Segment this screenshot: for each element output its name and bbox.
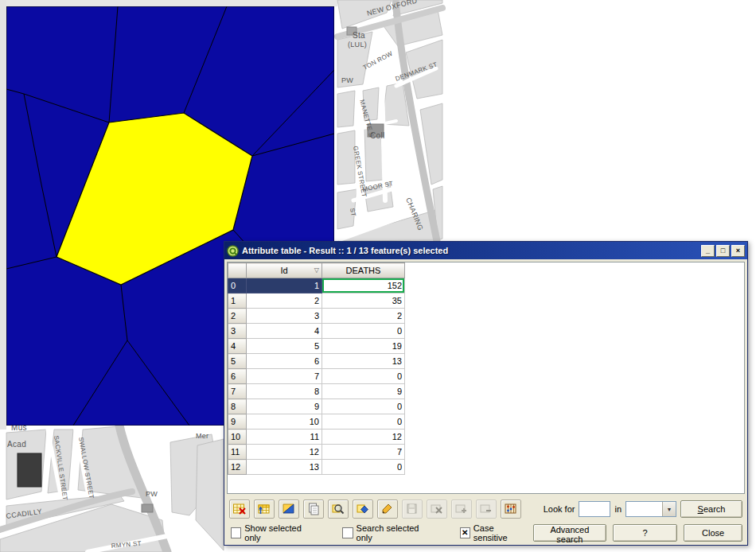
row-header-cell[interactable]: 10: [228, 430, 247, 445]
row-header-cell[interactable]: 9: [228, 414, 247, 430]
search-selected-only-label: Search selected only: [357, 523, 433, 542]
row-header-cell[interactable]: 1: [228, 293, 247, 309]
close-window-button[interactable]: ×: [731, 245, 745, 257]
delete-selected-button[interactable]: [427, 500, 447, 519]
chevron-down-icon[interactable]: ▼: [662, 502, 676, 516]
show-selected-only-label: Show selected only: [244, 523, 315, 542]
unselect-all-button[interactable]: [229, 500, 250, 519]
attribute-table[interactable]: Id ▽ DEATHS 0115212352323404519561367078…: [227, 262, 745, 494]
map-street-label: Mer: [196, 432, 208, 440]
invert-selection-button[interactable]: [279, 500, 299, 519]
close-button[interactable]: Close: [684, 524, 742, 542]
table-row[interactable]: 789: [228, 384, 405, 399]
row-header-cell[interactable]: 5: [228, 354, 247, 369]
id-cell[interactable]: 13: [247, 460, 322, 475]
id-cell[interactable]: 9: [247, 399, 322, 414]
show-selected-only-checkbox[interactable]: Show selected only: [231, 523, 315, 542]
deaths-cell[interactable]: 7: [322, 445, 405, 460]
map-street-label: ST: [349, 208, 357, 217]
deaths-cell[interactable]: 35: [322, 293, 405, 309]
help-button[interactable]: ?: [613, 524, 677, 542]
id-cell[interactable]: 2: [247, 293, 322, 309]
id-cell[interactable]: 8: [247, 384, 322, 399]
id-cell[interactable]: 7: [247, 369, 322, 384]
move-selected-to-top-button[interactable]: [254, 500, 275, 519]
map-street-label: Acad: [7, 440, 26, 449]
attribute-toolbar: Look for in ▼ Search: [229, 498, 742, 520]
table-corner-cell[interactable]: [228, 263, 247, 278]
new-column-button[interactable]: [451, 500, 472, 519]
id-cell[interactable]: 10: [247, 414, 322, 430]
table-row[interactable]: 5613: [228, 354, 405, 369]
delete-column-button[interactable]: [476, 500, 497, 519]
row-header-cell[interactable]: 7: [228, 384, 247, 399]
column-header-id[interactable]: Id ▽: [247, 263, 322, 278]
id-cell[interactable]: 3: [247, 309, 322, 324]
table-row[interactable]: 101112: [228, 430, 405, 445]
search-selected-only-checkbox[interactable]: Search selected only: [342, 523, 432, 542]
deaths-cell[interactable]: 0: [322, 369, 405, 384]
table-row[interactable]: 890: [228, 399, 405, 414]
map-street-label: (LUL): [348, 41, 367, 49]
maximize-button[interactable]: □: [716, 245, 730, 257]
deaths-cell[interactable]: 13: [322, 354, 405, 369]
table-row[interactable]: 12130: [228, 460, 405, 475]
field-calculator-button[interactable]: [501, 500, 521, 519]
deaths-cell[interactable]: 19: [322, 339, 405, 354]
column-header-deaths[interactable]: DEATHS: [322, 263, 405, 278]
checkbox-box-checked[interactable]: ✕: [460, 527, 470, 538]
dialog-footer: Show selected only Search selected only …: [231, 523, 742, 542]
look-for-input[interactable]: [579, 501, 610, 517]
id-cell[interactable]: 5: [247, 339, 322, 354]
deaths-cell[interactable]: 152: [322, 278, 405, 293]
search-button[interactable]: Search: [680, 500, 742, 518]
deaths-cell[interactable]: 12: [322, 430, 405, 445]
id-cell[interactable]: 1: [247, 278, 322, 293]
row-header-cell[interactable]: 4: [228, 339, 247, 354]
save-edits-button[interactable]: [402, 500, 423, 519]
titlebar[interactable]: Attribute table - Result :: 1 / 13 featu…: [224, 242, 747, 259]
id-cell[interactable]: 12: [247, 445, 322, 460]
minimize-button[interactable]: _: [701, 245, 715, 257]
table-row[interactable]: 01152: [228, 278, 405, 293]
deaths-cell[interactable]: 2: [322, 309, 405, 324]
table-row[interactable]: 9100: [228, 414, 405, 430]
advanced-search-button[interactable]: Advanced search: [533, 524, 606, 542]
deaths-cell[interactable]: 9: [322, 384, 405, 399]
table-row[interactable]: 232: [228, 309, 405, 324]
row-header-cell[interactable]: 11: [228, 445, 247, 460]
window-title: Attribute table - Result :: 1 / 13 featu…: [242, 246, 701, 255]
table-row[interactable]: 1235: [228, 293, 405, 309]
field-select[interactable]: ▼: [625, 501, 676, 517]
row-header-cell[interactable]: 0: [228, 278, 247, 293]
row-header-cell[interactable]: 3: [228, 324, 247, 339]
pan-to-selected-button[interactable]: [353, 500, 373, 519]
row-header-cell[interactable]: 8: [228, 399, 247, 414]
map-street-label: Coll: [370, 131, 384, 140]
deaths-cell[interactable]: 0: [322, 399, 405, 414]
column-header-id-label: Id: [280, 266, 287, 275]
deaths-cell[interactable]: 0: [322, 414, 405, 430]
copy-selected-rows-button[interactable]: [303, 500, 324, 519]
id-cell[interactable]: 11: [247, 430, 322, 445]
row-header-cell[interactable]: 12: [228, 460, 247, 475]
id-cell[interactable]: 6: [247, 354, 322, 369]
toggle-editing-button[interactable]: [377, 500, 398, 519]
table-row[interactable]: 4519: [228, 339, 405, 354]
zoom-to-selected-button[interactable]: [328, 500, 349, 519]
case-sensitive-checkbox[interactable]: ✕ Case sensitive: [460, 523, 527, 542]
checkbox-box[interactable]: [342, 527, 353, 538]
id-cell[interactable]: 4: [247, 324, 322, 339]
row-header-cell[interactable]: 2: [228, 309, 247, 324]
table-row[interactable]: 11127: [228, 445, 405, 460]
map-left-strip: [0, 0, 6, 430]
table-row[interactable]: 340: [228, 324, 405, 339]
row-header-cell[interactable]: 6: [228, 369, 247, 384]
checkbox-box[interactable]: [231, 527, 241, 538]
attribute-table-window: Attribute table - Result :: 1 / 13 featu…: [224, 241, 748, 546]
qgis-logo-icon: [227, 245, 239, 257]
map-street-label: Sta: [353, 31, 365, 40]
deaths-cell[interactable]: 0: [322, 324, 405, 339]
table-row[interactable]: 670: [228, 369, 405, 384]
deaths-cell[interactable]: 0: [322, 460, 405, 475]
